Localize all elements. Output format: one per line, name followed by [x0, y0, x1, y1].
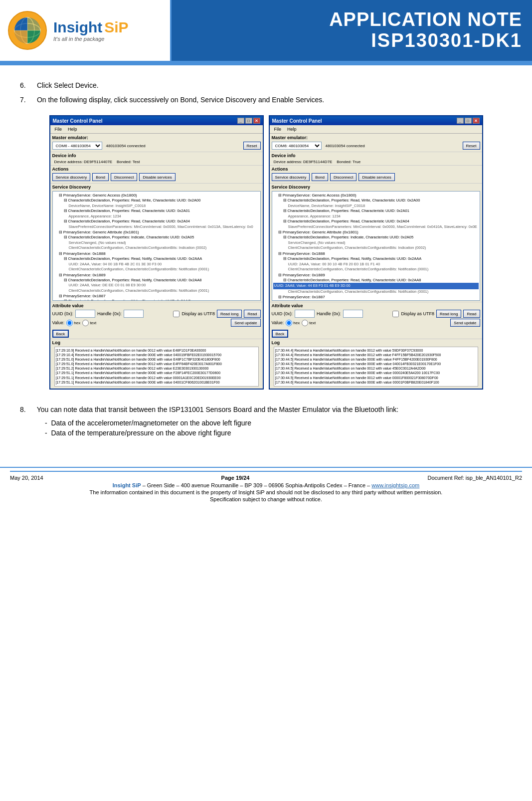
log-left[interactable]: [17:29:10.9] Received a HandleValueNotif…	[54, 347, 259, 387]
panel-right-titlebar: Master Control Panel _ □ ✕	[270, 116, 482, 125]
close-btn-right[interactable]: ✕	[473, 118, 480, 124]
display-utf8-check-left[interactable]	[173, 311, 179, 317]
text-radio-right[interactable]: text	[302, 320, 316, 326]
panel-right: Master Control Panel _ □ ✕ File Help Mas…	[269, 115, 483, 390]
com-select-right[interactable]: COM6: 480103054	[272, 142, 322, 150]
service-discovery-btn-right[interactable]: Service discovery	[272, 173, 310, 181]
menu-help-left[interactable]: Help	[65, 126, 80, 132]
footer: May 20, 2014 Page 19/24 Document Ref: is…	[0, 467, 532, 505]
service-discovery-label-left: Service Discovery	[52, 185, 261, 190]
menu-file-right[interactable]: File	[271, 126, 285, 132]
actions-section-right: Actions Service discovery Bond Disconnec…	[270, 165, 482, 183]
display-utf8-label-right: Display as UTF8	[401, 311, 434, 316]
text-radio-left[interactable]: text	[82, 320, 96, 326]
step-list: 6. Click Select Device. 7. On the follow…	[20, 80, 512, 105]
actions-label-left: Actions	[52, 167, 261, 172]
log-section-left: Log [17:29:10.9] Received a HandleValueN…	[50, 339, 263, 389]
footer-company-text: – Green Side – 400 avenue Roumanille – B…	[143, 482, 372, 488]
actions-row-right: Service discovery Bond Disconnect Disabl…	[272, 173, 480, 181]
service-discovery-btn-left[interactable]: Service discovery	[52, 173, 91, 181]
log-right[interactable]: [17:30:44.4] Received a HandleValueNotif…	[274, 347, 478, 387]
tree-right[interactable]: ⊟ PrimaryService: Generic Access (0x1800…	[272, 191, 480, 301]
maximize-btn-right[interactable]: □	[465, 118, 472, 124]
main-content: 6. Click Select Device. 7. On the follow…	[0, 65, 532, 447]
step-6-text: Click Select Device.	[37, 81, 99, 89]
menu-help-right[interactable]: Help	[284, 126, 300, 132]
master-emulator-label-right: Master emulator:	[272, 135, 480, 140]
value-label-left: Value:	[52, 320, 65, 325]
step-8-block: 8. You can note data that transit betwee…	[20, 404, 512, 437]
service-discovery-right: Service Discovery ⊟ PrimaryService: Gene…	[270, 183, 482, 302]
actions-label-right: Actions	[272, 167, 480, 172]
step-8-num: 8.	[20, 404, 35, 415]
read-btn-left[interactable]: Read	[244, 310, 260, 318]
tree-left[interactable]: ⊟ PrimaryService: Generic Access (0x1800…	[52, 191, 261, 301]
disconnect-btn-right[interactable]: Disconnect	[330, 173, 357, 181]
menu-file-left[interactable]: File	[52, 126, 65, 132]
disable-services-btn-left[interactable]: Disable services	[139, 173, 175, 181]
connected-left: 480103054 connected	[106, 144, 146, 148]
footer-disclaimer: The information contained in this docume…	[10, 489, 522, 495]
hex-radio-right[interactable]: hex	[286, 320, 300, 326]
screenshots-row: Master Control Panel _ □ ✕ File Help Mas…	[20, 115, 512, 390]
display-utf8-check-right[interactable]	[392, 311, 399, 317]
logo-tagline: It's all in the package	[53, 36, 129, 42]
master-emulator-section-right: Master emulator: COM6: 480103054 4801030…	[270, 134, 482, 152]
bond-btn-left[interactable]: Bond	[92, 173, 109, 181]
panel-right-menubar: File Help	[270, 125, 482, 134]
step-6: 6. Click Select Device.	[20, 80, 512, 91]
attribute-label-left: Attribute value	[52, 303, 261, 308]
service-discovery-label-right: Service Discovery	[272, 185, 480, 190]
send-update-btn-right[interactable]: Send update	[450, 319, 480, 327]
uuid-row-left: UUID (0x): Handle (0x): Display as UTF8 …	[52, 310, 261, 318]
minimize-btn-right[interactable]: _	[457, 118, 464, 124]
read-long-btn-right[interactable]: Read long	[436, 310, 461, 318]
doc-id-title: ISP130301-DK1	[371, 30, 522, 51]
maximize-btn-left[interactable]: □	[245, 118, 252, 124]
value-row-left: Value: hex text Send update	[52, 319, 261, 327]
minimize-btn-left[interactable]: _	[237, 118, 244, 124]
logo-insight: Insight SiP	[53, 19, 129, 36]
win-titlebar-btns-left: _ □ ✕	[237, 118, 260, 124]
footer-doc-ref: Document Ref: isp_ble_AN140101_R2	[427, 475, 522, 481]
footer-line2: Insight SiP – Green Side – 400 avenue Ro…	[10, 482, 522, 488]
uuid-input-right[interactable]	[295, 310, 315, 318]
send-update-btn-left[interactable]: Send update	[231, 319, 260, 327]
uuid-input-left[interactable]	[75, 310, 95, 318]
read-long-btn-left[interactable]: Read long	[217, 310, 242, 318]
footer-line1: May 20, 2014 Page 19/24 Document Ref: is…	[10, 475, 522, 481]
master-emulator-label-left: Master emulator:	[52, 135, 261, 140]
master-emulator-section-left: Master emulator: COM6 - 480103054 480103…	[50, 134, 263, 152]
log-label-right: Log	[272, 340, 480, 345]
hex-radio-left[interactable]: hex	[66, 320, 80, 326]
handle-label-right: Handle (0x):	[317, 311, 341, 316]
disable-services-btn-right[interactable]: Disable services	[358, 173, 394, 181]
log-section-right: Log [17:30:44.4] Received a HandleValueN…	[270, 339, 482, 389]
header-logo: Insight SiP It's all in the package	[0, 0, 172, 61]
attribute-section-left: Attribute value UUID (0x): Handle (0x): …	[50, 302, 263, 329]
step-6-num: 6.	[20, 80, 35, 91]
page-wrapper: Insight SiP It's all in the package APPL…	[0, 0, 532, 801]
back-btn-left[interactable]: Back	[52, 330, 69, 338]
back-btn-right[interactable]: Back	[272, 330, 289, 338]
com-select-left[interactable]: COM6 - 480103054	[52, 142, 102, 150]
back-section-left: Back	[50, 329, 263, 339]
disconnect-btn-left[interactable]: Disconnect	[111, 173, 138, 181]
service-discovery-left: Service Discovery ⊟ PrimaryService: Gene…	[50, 183, 263, 302]
footer-website[interactable]: www.insightsip.com	[371, 482, 419, 488]
read-btn-right[interactable]: Read	[463, 310, 480, 318]
device-info-section-left: Device info Device address: DE9F5114407E…	[50, 152, 263, 165]
device-address-left: Device address: DE9F5114407E Bonded: Tes…	[52, 160, 261, 164]
bullet-2: - Data of the temperature/pressure on th…	[45, 429, 512, 437]
footer-date: May 20, 2014	[10, 475, 43, 481]
reset-btn-right[interactable]: Reset	[463, 142, 480, 150]
com-row-right: COM6: 480103054 480103054 connected Rese…	[272, 142, 480, 150]
reset-btn-left[interactable]: Reset	[243, 142, 261, 150]
uuid-label-left: UUID (0x):	[52, 311, 74, 316]
close-btn-left[interactable]: ✕	[253, 118, 260, 124]
display-utf8-label-left: Display as UTF8	[181, 311, 215, 316]
bond-btn-right[interactable]: Bond	[312, 173, 328, 181]
handle-input-right[interactable]	[343, 310, 363, 318]
handle-input-left[interactable]	[124, 310, 144, 318]
panel-left-menubar: File Help	[50, 125, 263, 134]
